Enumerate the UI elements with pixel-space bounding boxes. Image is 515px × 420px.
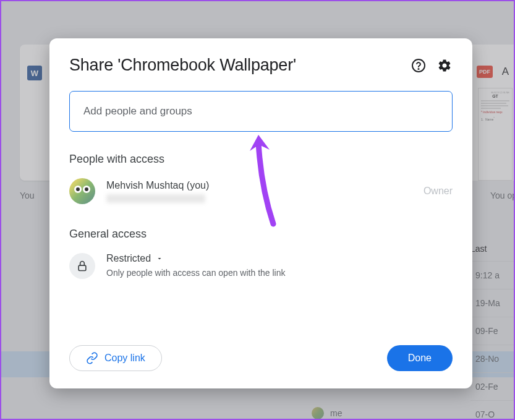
access-type-dropdown[interactable]: Restricted <box>106 253 453 264</box>
chevron-down-icon <box>156 255 163 262</box>
access-description: Only people with access can open with th… <box>106 268 453 278</box>
dialog-header: Share 'Chromebook Wallpaper' <box>69 56 453 75</box>
dialog-title: Share 'Chromebook Wallpaper' <box>69 56 296 75</box>
general-access-heading: General access <box>69 228 453 241</box>
access-type-label: Restricted <box>106 253 151 264</box>
person-name: Mehvish Mushtaq (you) <box>106 180 412 191</box>
people-access-heading: People with access <box>69 153 453 166</box>
copy-link-label: Copy link <box>104 353 145 364</box>
help-icon[interactable] <box>411 58 427 74</box>
copy-link-button[interactable]: Copy link <box>69 345 162 371</box>
svg-point-1 <box>418 68 419 69</box>
person-row: Mehvish Mushtaq (you) Owner <box>69 178 453 204</box>
avatar-icon <box>69 178 95 204</box>
settings-icon[interactable] <box>436 58 453 74</box>
add-people-input[interactable] <box>69 91 453 132</box>
done-button[interactable]: Done <box>387 345 453 371</box>
general-access-row: Restricted Only people with access can o… <box>69 253 453 279</box>
person-email-redacted <box>106 194 205 203</box>
share-dialog: Share 'Chromebook Wallpaper' People with… <box>49 38 472 388</box>
person-role: Owner <box>423 186 453 197</box>
link-icon <box>86 352 98 364</box>
svg-rect-2 <box>79 265 86 270</box>
lock-icon <box>69 253 95 279</box>
